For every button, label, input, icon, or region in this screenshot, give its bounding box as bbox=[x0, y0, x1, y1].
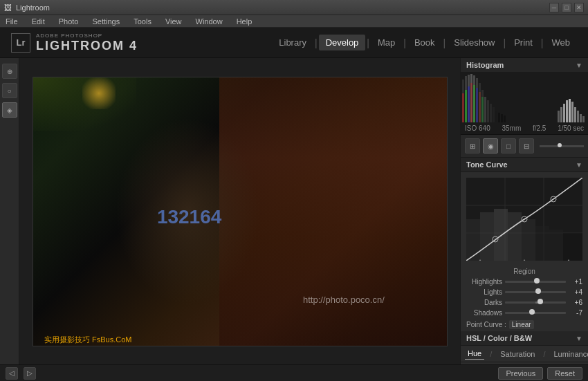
hsl-tab-luminance[interactable]: Luminance bbox=[551, 349, 588, 360]
previous-button[interactable]: Previous bbox=[498, 367, 543, 380]
point-curve-value[interactable]: Linear bbox=[509, 320, 534, 329]
svg-rect-41 bbox=[494, 209, 508, 261]
hsl-tab-saturation[interactable]: Saturation bbox=[497, 349, 538, 360]
svg-rect-19 bbox=[470, 83, 472, 122]
title-bar: 🖼 Lightroom ─ □ ✕ bbox=[0, 0, 588, 15]
circle-tool-icon[interactable]: ◉ bbox=[483, 138, 498, 154]
hsl-title: HSL / Color / B&W bbox=[466, 334, 532, 342]
svg-rect-11 bbox=[493, 107, 495, 122]
svg-rect-22 bbox=[479, 92, 481, 122]
svg-rect-43 bbox=[522, 219, 535, 261]
svg-rect-8 bbox=[484, 97, 486, 122]
lights-value: +4 bbox=[569, 288, 582, 296]
svg-rect-40 bbox=[480, 212, 494, 261]
shadows-track[interactable] bbox=[505, 312, 566, 314]
shadows-thumb[interactable] bbox=[529, 309, 535, 315]
svg-rect-25 bbox=[560, 107, 562, 122]
prev-icon[interactable]: ◁ bbox=[6, 367, 18, 380]
svg-rect-21 bbox=[476, 88, 478, 122]
minimize-button[interactable]: ─ bbox=[549, 3, 559, 12]
title-bar-left: 🖼 Lightroom bbox=[4, 3, 50, 12]
hsl-red-row: Red 0 bbox=[461, 364, 588, 364]
logo-area: Lr ADOBE PHOTOSHOP LIGHTROOM 4 bbox=[11, 32, 138, 53]
tone-curve-collapse-icon: ▼ bbox=[576, 161, 582, 169]
photo-area: 132164 http://photo.poco.cn/ 实用摄影技巧 FsBu… bbox=[19, 58, 460, 364]
histogram-info: ISO 640 35mm f/2.5 1/50 sec bbox=[461, 122, 588, 135]
darks-track[interactable] bbox=[505, 301, 566, 304]
menu-settings[interactable]: Settings bbox=[89, 17, 122, 26]
nav-map[interactable]: Map bbox=[371, 35, 402, 50]
tone-curve-header[interactable]: Tone Curve ▼ bbox=[461, 158, 588, 172]
svg-rect-18 bbox=[468, 86, 470, 122]
shadows-row: Shadows -7 bbox=[461, 308, 588, 318]
window-icon: 🖼 bbox=[4, 3, 12, 12]
tone-curve-container bbox=[461, 172, 588, 266]
hsl-panel: HSL / Color / B&W ▼ Hue / Saturation / L… bbox=[461, 331, 588, 364]
lights-thumb[interactable] bbox=[535, 288, 541, 294]
adobe-label: ADOBE PHOTOSHOP bbox=[36, 32, 138, 39]
tone-curve-panel: Tone Curve ▼ bbox=[461, 158, 588, 331]
photo-flowers bbox=[82, 77, 116, 110]
menu-tools[interactable]: Tools bbox=[131, 17, 154, 26]
bottom-bar: ◁ ▷ Previous Reset bbox=[0, 364, 588, 381]
spot-tool[interactable]: ○ bbox=[2, 83, 17, 98]
svg-rect-15 bbox=[504, 115, 506, 122]
lights-label: Lights bbox=[466, 288, 502, 296]
tool-slider-thumb[interactable] bbox=[558, 143, 562, 147]
svg-rect-26 bbox=[563, 104, 565, 122]
svg-rect-10 bbox=[490, 104, 492, 122]
svg-rect-42 bbox=[508, 212, 522, 261]
svg-rect-31 bbox=[577, 111, 579, 122]
nav-library[interactable]: Library bbox=[272, 35, 313, 50]
darks-value: +6 bbox=[569, 299, 582, 306]
svg-rect-39 bbox=[466, 219, 480, 261]
sliders-tool-icon[interactable]: ⊟ bbox=[519, 138, 534, 154]
tone-curve-svg[interactable] bbox=[466, 178, 582, 261]
nav-web[interactable]: Web bbox=[545, 35, 578, 50]
point-curve-row: Point Curve : Linear bbox=[461, 318, 588, 331]
photo-container: 132164 http://photo.poco.cn/ bbox=[33, 77, 448, 346]
hsl-header[interactable]: HSL / Color / B&W ▼ bbox=[461, 331, 588, 346]
hsl-tab-hue[interactable]: Hue bbox=[465, 348, 484, 360]
svg-rect-33 bbox=[582, 116, 585, 122]
highlights-thumb[interactable] bbox=[534, 278, 540, 284]
lights-row: Lights +4 bbox=[461, 287, 588, 297]
hsl-sliders: Red 0 bbox=[461, 362, 588, 364]
nav-book[interactable]: Book bbox=[407, 35, 442, 50]
maximize-button[interactable]: □ bbox=[562, 3, 571, 12]
watermark-2: http://photo.poco.cn/ bbox=[303, 295, 385, 305]
hist-shutter: 1/50 sec bbox=[558, 124, 584, 132]
menu-edit[interactable]: Edit bbox=[29, 17, 48, 26]
svg-rect-28 bbox=[569, 99, 571, 122]
reset-button[interactable]: Reset bbox=[547, 367, 582, 380]
bottom-right: Previous Reset bbox=[498, 367, 582, 380]
menu-bar: File Edit Photo Settings Tools View Wind… bbox=[0, 15, 588, 28]
next-icon[interactable]: ▷ bbox=[24, 367, 36, 380]
adjust-tool[interactable]: ◈ bbox=[2, 102, 17, 118]
menu-window[interactable]: Window bbox=[193, 17, 226, 26]
photo-canvas: 132164 http://photo.poco.cn/ bbox=[33, 77, 447, 346]
menu-photo[interactable]: Photo bbox=[56, 17, 82, 26]
highlights-label: Highlights bbox=[466, 278, 502, 286]
highlights-track[interactable] bbox=[505, 281, 566, 283]
histogram-header[interactable]: Histogram ▼ bbox=[461, 58, 588, 73]
square-tool-icon[interactable]: □ bbox=[501, 138, 516, 154]
close-button[interactable]: ✕ bbox=[574, 3, 584, 12]
tool-slider-track[interactable] bbox=[540, 145, 584, 147]
crop-tool[interactable]: ⊕ bbox=[2, 64, 17, 79]
darks-row: Darks +6 bbox=[461, 297, 588, 308]
nav-print[interactable]: Print bbox=[507, 35, 540, 50]
menu-help[interactable]: Help bbox=[234, 17, 255, 26]
bottom-left: ◁ ▷ bbox=[6, 367, 36, 380]
grid-tool-icon[interactable]: ⊞ bbox=[465, 138, 480, 154]
svg-rect-17 bbox=[465, 90, 467, 122]
nav-slideshow[interactable]: Slideshow bbox=[447, 35, 502, 50]
nav-develop[interactable]: Develop bbox=[319, 35, 366, 50]
menu-view[interactable]: View bbox=[163, 17, 185, 26]
main-area: ⊕ ○ ◈ 132164 http://photo.po bbox=[0, 58, 588, 364]
darks-thumb[interactable] bbox=[538, 299, 543, 304]
menu-file[interactable]: File bbox=[3, 17, 21, 26]
window-title: Lightroom bbox=[16, 3, 50, 12]
lights-track[interactable] bbox=[505, 291, 566, 293]
svg-rect-14 bbox=[501, 114, 503, 122]
